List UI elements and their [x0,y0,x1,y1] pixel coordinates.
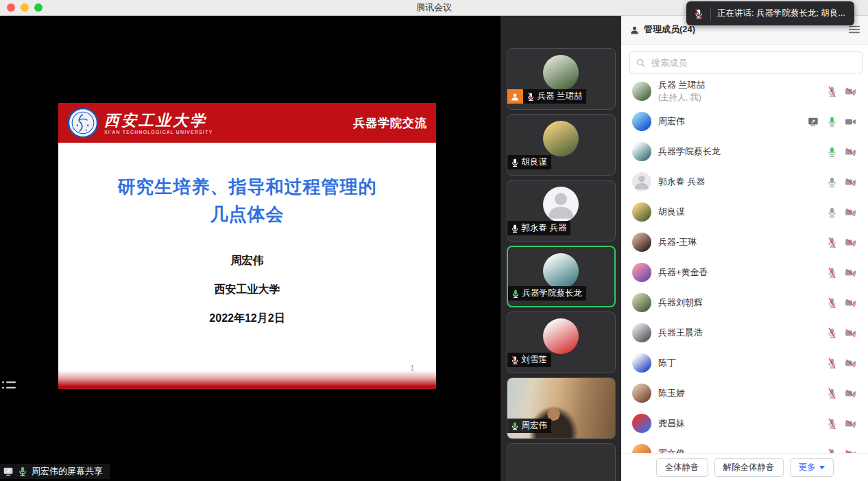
camera-off-icon[interactable] [844,327,857,339]
mic-muted-icon[interactable] [826,297,838,309]
slide-header: 西安工业大学 XI'AN TECHNOLOGICAL UNIVERSITY 兵器… [58,103,436,143]
tile-participant-name: 郭永春 兵器 [522,222,567,234]
chevron-down-icon [819,466,825,469]
tile-name-label: 胡良谋 [507,155,552,169]
annotation-toolbar-icon[interactable] [1,379,19,392]
video-tile[interactable]: 胡良谋 [507,114,616,176]
video-tile[interactable]: 兵器学院蔡长龙 [507,246,616,307]
participant-row[interactable]: 兵器-王琳 [621,227,868,257]
participant-name: 兵器 兰珺喆 [658,79,826,91]
avatar [632,444,651,453]
avatar [632,414,651,433]
participant-row[interactable]: 兵器刘朝辉 [621,288,868,318]
tile-participant-name: 兵器 兰珺喆 [538,91,583,102]
mic-muted-icon[interactable] [826,448,838,454]
participant-row[interactable]: 霍文俊 [621,438,868,453]
panel-menu-icon[interactable] [849,25,860,34]
participant-row[interactable]: 兵器王晨浩 [621,318,868,348]
share-area: 西安工业大学 XI'AN TECHNOLOGICAL UNIVERSITY 兵器… [0,15,501,481]
slide-date: 2022年12月2日 [58,312,436,326]
screen-share-status: 周宏伟的屏幕共享 [0,464,110,479]
search-box [629,51,863,73]
participant-row[interactable]: 龚昌妹 [621,408,868,438]
participant-row[interactable]: 陈玉娇 [621,378,868,408]
mic-muted-icon[interactable] [826,388,838,399]
university-name-block: 西安工业大学 XI'AN TECHNOLOGICAL UNIVERSITY [104,112,213,134]
video-tile[interactable] [507,443,616,481]
participant-name: 兵器学院蔡长龙 [658,145,826,158]
participants-panel: 管理成员(24) 兵器 兰珺喆(主持人, 我)周宏伟兵器学院蔡长龙郭永春 兵器胡… [621,15,868,481]
tile-name-label: 兵器 兰珺喆 [523,89,587,104]
mic-muted-icon[interactable] [826,86,838,97]
mic-on-icon[interactable] [826,176,838,188]
camera-off-icon[interactable] [844,146,857,158]
mic-muted-icon[interactable] [826,418,838,430]
video-tile[interactable]: 周宏伟 [507,377,616,439]
participant-row[interactable]: 兵器 兰珺喆(主持人, 我) [621,76,868,106]
panel-title: 管理成员(24) [644,23,695,36]
unmute-all-button[interactable]: 解除全体静音 [714,458,784,477]
avatar [632,353,651,373]
panel-footer: 全体静音 解除全体静音 更多 [621,453,868,481]
participant-row[interactable]: 周宏伟 [621,106,868,137]
camera-off-icon[interactable] [844,357,857,369]
speaking-toast-text: 正在讲话: 兵器学院蔡长龙; 胡良... [717,8,845,19]
camera-off-icon[interactable] [844,176,857,188]
mic-muted-icon[interactable] [826,357,838,369]
mic-speaking-icon[interactable] [826,116,838,128]
slide-footer-gradient [58,371,436,386]
participant-row[interactable]: 胡良谋 [621,197,868,227]
avatar [632,323,651,342]
mute-all-button[interactable]: 全体静音 [656,458,708,477]
mic-on-icon [510,224,520,233]
university-logo [67,107,99,139]
mic-muted-icon[interactable] [826,327,838,339]
university-name-cn: 西安工业大学 [104,112,213,128]
tile-name-label: 刘雪莲 [507,353,552,367]
camera-off-icon[interactable] [844,237,857,248]
avatar [632,142,651,161]
more-button[interactable]: 更多 [790,458,834,477]
search-input[interactable] [650,57,856,69]
mic-muted-icon [693,8,704,19]
slide-header-right: 兵器学院交流 [353,115,427,131]
tile-name-label: 兵器学院蔡长龙 [508,286,587,301]
avatar [543,318,579,354]
presentation-slide: 西安工业大学 XI'AN TECHNOLOGICAL UNIVERSITY 兵器… [58,103,436,389]
video-tile[interactable]: 兵器 兰珺喆 [507,48,616,110]
camera-off-icon[interactable] [844,207,857,218]
filmstrip: 兵器 兰珺喆胡良谋郭永春 兵器兵器学院蔡长龙刘雪莲周宏伟 [501,15,621,481]
speaking-toast: 正在讲话: 兵器学院蔡长龙; 胡良... [686,1,854,25]
avatar [543,55,579,91]
camera-off-icon[interactable] [844,448,857,454]
screen-sharing-icon [806,116,820,128]
video-tile[interactable]: 刘雪莲 [507,312,616,373]
avatar [632,82,651,101]
mic-speaking-icon[interactable] [826,146,838,158]
camera-off-icon[interactable] [844,297,857,309]
camera-off-icon[interactable] [844,418,857,430]
camera-on-icon[interactable] [844,116,857,128]
video-tile[interactable]: 郭永春 兵器 [507,180,616,242]
camera-off-icon[interactable] [844,388,857,399]
participant-row[interactable]: 陈丁 [621,348,868,378]
participant-row[interactable]: 郭永春 兵器 [621,167,868,197]
mic-speaking-icon [510,421,520,431]
mic-on-icon[interactable] [826,207,838,218]
participant-name: 兵器+黄金香 [658,266,826,279]
mic-muted-icon[interactable] [826,267,838,279]
participant-list: 兵器 兰珺喆(主持人, 我)周宏伟兵器学院蔡长龙郭永春 兵器胡良谋兵器-王琳兵器… [621,76,868,453]
participant-name: 周宏伟 [658,115,806,128]
default-avatar [632,172,651,191]
screen-share-icon [3,466,14,477]
default-avatar [543,187,579,222]
mic-muted-icon [526,92,535,102]
participant-row[interactable]: 兵器学院蔡长龙 [621,137,868,167]
mic-muted-icon[interactable] [826,237,838,248]
search-icon [636,58,646,68]
tencent-meeting-window: 腾讯会议 西安工业大学 XI'AN [0,0,868,481]
camera-off-icon[interactable] [844,267,857,279]
host-badge-icon [507,89,523,104]
participant-row[interactable]: 兵器+黄金香 [621,257,868,288]
camera-off-icon[interactable] [844,86,857,97]
